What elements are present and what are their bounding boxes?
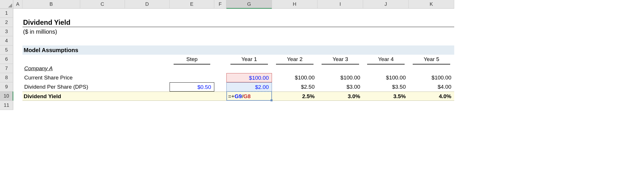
row-header-8[interactable]: 8 bbox=[0, 73, 13, 82]
cell-H10[interactable]: 2.5% bbox=[272, 92, 318, 101]
title-cell[interactable]: Dividend Yield bbox=[22, 18, 454, 27]
company-label[interactable]: Company A bbox=[22, 64, 214, 73]
cell-I10[interactable]: 3.0% bbox=[318, 92, 363, 101]
step-header[interactable]: Step bbox=[170, 55, 214, 64]
cell-G9[interactable]: $2.00 bbox=[226, 82, 272, 92]
dps-label[interactable]: Dividend Per Share (DPS) bbox=[22, 82, 170, 92]
row-header-4[interactable]: 4 bbox=[0, 36, 13, 45]
year5-header[interactable]: Year 5 bbox=[409, 55, 454, 64]
row-header-7[interactable]: 7 bbox=[0, 64, 13, 73]
col-header-E[interactable]: E bbox=[170, 0, 214, 9]
share-price-label[interactable]: Current Share Price bbox=[22, 73, 214, 82]
year3-header[interactable]: Year 3 bbox=[318, 55, 363, 64]
col-header-C[interactable]: C bbox=[80, 0, 125, 9]
col-header-B[interactable]: B bbox=[22, 0, 80, 9]
row-header-10[interactable]: 10 bbox=[0, 92, 13, 101]
cell-E9-step[interactable]: $0.50 bbox=[170, 82, 214, 92]
section-header[interactable]: Model Assumptions bbox=[22, 45, 454, 55]
row-header-5[interactable]: 5 bbox=[0, 45, 13, 55]
col-header-F[interactable]: F bbox=[214, 0, 226, 9]
cell-G8[interactable]: $100.00 bbox=[226, 73, 272, 82]
col-header-J[interactable]: J bbox=[363, 0, 409, 9]
yield-label[interactable]: Dividend Yield bbox=[22, 92, 226, 101]
col-header-G[interactable]: G bbox=[226, 0, 272, 9]
cell-H8[interactable]: $100.00 bbox=[272, 73, 318, 82]
formula-ref-G9: G9 bbox=[234, 93, 242, 99]
cell-G10-active-formula[interactable]: =+G9/G8 bbox=[226, 92, 272, 101]
row-header-11[interactable]: 11 bbox=[0, 101, 13, 110]
formula-ref-G8: G8 bbox=[243, 93, 251, 99]
cell-J9[interactable]: $3.50 bbox=[363, 82, 409, 92]
row-header-9[interactable]: 9 bbox=[0, 82, 13, 92]
cell-H9[interactable]: $2.50 bbox=[272, 82, 318, 92]
col-header-H[interactable]: H bbox=[272, 0, 318, 9]
col-header-A[interactable]: A bbox=[13, 0, 22, 9]
row-header-3[interactable]: 3 bbox=[0, 27, 13, 36]
cell-K8[interactable]: $100.00 bbox=[409, 73, 454, 82]
year2-header[interactable]: Year 2 bbox=[272, 55, 318, 64]
row-header-1[interactable]: 1 bbox=[0, 9, 13, 18]
row-header-6[interactable]: 6 bbox=[0, 55, 13, 64]
formula-prefix: =+ bbox=[228, 93, 234, 99]
cell-J10[interactable]: 3.5% bbox=[363, 92, 409, 101]
col-header-D[interactable]: D bbox=[125, 0, 170, 9]
row-header-2[interactable]: 2 bbox=[0, 18, 13, 27]
cell-J8[interactable]: $100.00 bbox=[363, 73, 409, 82]
cell-K9[interactable]: $4.00 bbox=[409, 82, 454, 92]
year4-header[interactable]: Year 4 bbox=[363, 55, 409, 64]
cell-I8[interactable]: $100.00 bbox=[318, 73, 363, 82]
spreadsheet-grid[interactable]: A B C D E F G H I J K 1 2 Dividend Yield… bbox=[0, 0, 644, 110]
subtitle-cell[interactable]: ($ in millions) bbox=[22, 27, 454, 36]
col-header-K[interactable]: K bbox=[409, 0, 454, 9]
cell-I9[interactable]: $3.00 bbox=[318, 82, 363, 92]
cell-K10[interactable]: 4.0% bbox=[409, 92, 454, 101]
select-all-corner[interactable] bbox=[0, 0, 13, 9]
year1-header[interactable]: Year 1 bbox=[226, 55, 272, 64]
col-header-I[interactable]: I bbox=[318, 0, 363, 9]
